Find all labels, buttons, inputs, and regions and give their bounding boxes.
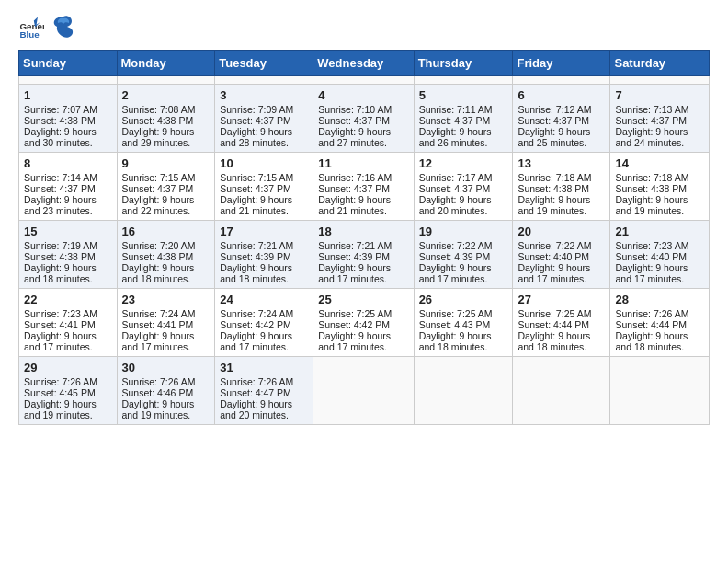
day-info-line: and 17 minutes. xyxy=(318,273,408,284)
calendar-cell: 28Sunrise: 7:26 AMSunset: 4:44 PMDayligh… xyxy=(610,289,710,357)
calendar-table: SundayMondayTuesdayWednesdayThursdayFrid… xyxy=(18,50,710,425)
day-number: 15 xyxy=(24,224,112,238)
day-info-line: and 23 minutes. xyxy=(24,205,112,216)
day-info-line: Sunrise: 7:25 AM xyxy=(419,308,508,319)
calendar-header-row: SundayMondayTuesdayWednesdayThursdayFrid… xyxy=(19,51,710,76)
calendar-cell xyxy=(610,357,710,425)
day-info-line: Sunset: 4:41 PM xyxy=(24,319,112,330)
day-info-line: Sunset: 4:39 PM xyxy=(419,251,508,262)
day-info-line: Sunrise: 7:09 AM xyxy=(220,104,308,115)
day-info-line: Daylight: 9 hours xyxy=(318,330,408,341)
day-info-line: Sunset: 4:43 PM xyxy=(419,319,508,330)
day-info-line: Daylight: 9 hours xyxy=(24,126,112,137)
calendar-cell xyxy=(313,357,414,425)
day-info-line: Sunset: 4:44 PM xyxy=(518,319,605,330)
day-info-line: Daylight: 9 hours xyxy=(518,194,605,205)
calendar-cell xyxy=(513,357,610,425)
day-info-line: Daylight: 9 hours xyxy=(220,194,308,205)
day-info-line: Daylight: 9 hours xyxy=(122,262,210,273)
day-info-line: Daylight: 9 hours xyxy=(220,126,308,137)
day-info-line: Daylight: 9 hours xyxy=(24,398,112,409)
calendar-week-row: 22Sunrise: 7:23 AMSunset: 4:41 PMDayligh… xyxy=(19,289,710,357)
day-info-line: Sunset: 4:38 PM xyxy=(122,251,210,262)
day-info-line: and 21 minutes. xyxy=(318,205,408,216)
day-info-line: Sunrise: 7:11 AM xyxy=(419,104,508,115)
page: General Blue SundayMondayTuesdayWednesda… xyxy=(0,0,728,440)
day-number: 4 xyxy=(318,88,408,102)
day-info-line: and 17 minutes. xyxy=(318,341,408,352)
day-info-line: Sunrise: 7:23 AM xyxy=(24,308,112,319)
day-info-line: Sunrise: 7:21 AM xyxy=(220,240,308,251)
day-info-line: and 30 minutes. xyxy=(24,137,112,148)
day-info-line: and 17 minutes. xyxy=(24,341,112,352)
day-info-line: and 18 minutes. xyxy=(419,341,508,352)
day-number: 20 xyxy=(518,224,605,238)
day-info-line: Daylight: 9 hours xyxy=(615,126,704,137)
day-number: 21 xyxy=(615,224,704,238)
day-number: 1 xyxy=(24,88,112,102)
day-info-line: Sunrise: 7:21 AM xyxy=(318,240,408,251)
day-info-line: Sunrise: 7:26 AM xyxy=(24,376,112,387)
day-info-line: Daylight: 9 hours xyxy=(419,262,508,273)
calendar-cell: 7Sunrise: 7:13 AMSunset: 4:37 PMDaylight… xyxy=(610,85,710,153)
day-info-line: Sunrise: 7:26 AM xyxy=(615,308,704,319)
calendar-cell: 10Sunrise: 7:15 AMSunset: 4:37 PMDayligh… xyxy=(215,153,313,221)
day-info-line: Daylight: 9 hours xyxy=(419,126,508,137)
day-info-line: Daylight: 9 hours xyxy=(518,330,605,341)
calendar-cell xyxy=(117,76,215,85)
day-info-line: and 21 minutes. xyxy=(220,205,308,216)
day-info-line: Sunrise: 7:22 AM xyxy=(518,240,605,251)
day-info-line: Sunset: 4:38 PM xyxy=(615,183,704,194)
day-info-line: and 29 minutes. xyxy=(122,137,210,148)
calendar-cell: 8Sunrise: 7:14 AMSunset: 4:37 PMDaylight… xyxy=(19,153,118,221)
day-info-line: Sunset: 4:37 PM xyxy=(419,115,508,126)
day-number: 14 xyxy=(615,156,704,170)
calendar-cell: 9Sunrise: 7:15 AMSunset: 4:37 PMDaylight… xyxy=(117,153,215,221)
day-header-wednesday: Wednesday xyxy=(313,51,414,76)
calendar-cell: 17Sunrise: 7:21 AMSunset: 4:39 PMDayligh… xyxy=(215,221,313,289)
day-info-line: Sunset: 4:37 PM xyxy=(24,183,112,194)
calendar-cell: 20Sunrise: 7:22 AMSunset: 4:40 PMDayligh… xyxy=(513,221,610,289)
day-number: 17 xyxy=(220,224,308,238)
day-number: 6 xyxy=(518,88,605,102)
day-info-line: and 19 minutes. xyxy=(615,205,704,216)
day-number: 10 xyxy=(220,156,308,170)
day-info-line: Daylight: 9 hours xyxy=(24,330,112,341)
calendar-cell: 6Sunrise: 7:12 AMSunset: 4:37 PMDaylight… xyxy=(513,85,610,153)
day-info-line: Sunrise: 7:20 AM xyxy=(122,240,210,251)
calendar-cell xyxy=(313,76,414,85)
day-info-line: Sunset: 4:38 PM xyxy=(122,115,210,126)
day-info-line: Sunset: 4:38 PM xyxy=(24,115,112,126)
day-info-line: Daylight: 9 hours xyxy=(419,330,508,341)
calendar-cell: 12Sunrise: 7:17 AMSunset: 4:37 PMDayligh… xyxy=(414,153,513,221)
calendar-cell: 19Sunrise: 7:22 AMSunset: 4:39 PMDayligh… xyxy=(414,221,513,289)
day-info-line: Sunrise: 7:16 AM xyxy=(318,172,408,183)
day-number: 30 xyxy=(122,361,210,374)
day-info-line: Sunrise: 7:19 AM xyxy=(24,240,112,251)
day-info-line: Daylight: 9 hours xyxy=(122,126,210,137)
calendar-cell xyxy=(215,76,313,85)
day-number: 11 xyxy=(318,156,408,170)
day-info-line: Sunrise: 7:26 AM xyxy=(220,376,308,387)
day-number: 23 xyxy=(122,293,210,306)
day-number: 26 xyxy=(419,293,508,306)
day-info-line: Sunset: 4:37 PM xyxy=(419,183,508,194)
calendar-cell: 24Sunrise: 7:24 AMSunset: 4:42 PMDayligh… xyxy=(215,289,313,357)
day-info-line: and 18 minutes. xyxy=(518,341,605,352)
day-number: 24 xyxy=(220,293,308,306)
day-info-line: Sunset: 4:40 PM xyxy=(615,251,704,262)
day-info-line: Sunset: 4:39 PM xyxy=(318,251,408,262)
day-number: 19 xyxy=(419,224,508,238)
logo-icon: General Blue xyxy=(18,16,44,41)
day-info-line: and 18 minutes. xyxy=(220,273,308,284)
day-info-line: Sunrise: 7:14 AM xyxy=(24,172,112,183)
day-info-line: Sunrise: 7:23 AM xyxy=(615,240,704,251)
day-number: 5 xyxy=(419,88,508,102)
calendar-cell xyxy=(610,76,710,85)
calendar-cell: 2Sunrise: 7:08 AMSunset: 4:38 PMDaylight… xyxy=(117,85,215,153)
calendar-week-row: 29Sunrise: 7:26 AMSunset: 4:45 PMDayligh… xyxy=(19,357,710,425)
day-info-line: and 27 minutes. xyxy=(318,137,408,148)
day-info-line: Sunset: 4:45 PM xyxy=(24,387,112,398)
day-info-line: and 18 minutes. xyxy=(615,341,704,352)
day-info-line: Sunrise: 7:26 AM xyxy=(122,376,210,387)
